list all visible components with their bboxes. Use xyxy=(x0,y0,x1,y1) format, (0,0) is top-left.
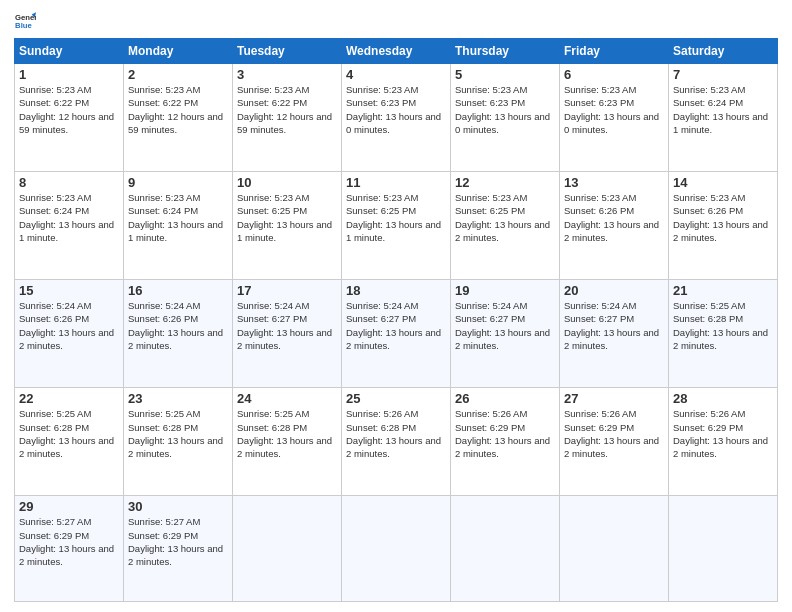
calendar-cell-18: 18Sunrise: 5:24 AMSunset: 6:27 PMDayligh… xyxy=(342,280,451,388)
day-info: Sunrise: 5:25 AMSunset: 6:28 PMDaylight:… xyxy=(673,299,773,352)
calendar-cell-11: 11Sunrise: 5:23 AMSunset: 6:25 PMDayligh… xyxy=(342,172,451,280)
day-info: Sunrise: 5:24 AMSunset: 6:27 PMDaylight:… xyxy=(455,299,555,352)
header: General Blue xyxy=(14,10,778,32)
day-info: Sunrise: 5:24 AMSunset: 6:27 PMDaylight:… xyxy=(237,299,337,352)
day-info: Sunrise: 5:23 AMSunset: 6:23 PMDaylight:… xyxy=(455,83,555,136)
day-info: Sunrise: 5:23 AMSunset: 6:24 PMDaylight:… xyxy=(673,83,773,136)
calendar-cell-21: 21Sunrise: 5:25 AMSunset: 6:28 PMDayligh… xyxy=(669,280,778,388)
day-info: Sunrise: 5:23 AMSunset: 6:23 PMDaylight:… xyxy=(564,83,664,136)
calendar-cell-13: 13Sunrise: 5:23 AMSunset: 6:26 PMDayligh… xyxy=(560,172,669,280)
day-info: Sunrise: 5:23 AMSunset: 6:25 PMDaylight:… xyxy=(237,191,337,244)
calendar-cell-6: 6Sunrise: 5:23 AMSunset: 6:23 PMDaylight… xyxy=(560,64,669,172)
calendar-cell-25: 25Sunrise: 5:26 AMSunset: 6:28 PMDayligh… xyxy=(342,388,451,496)
day-number: 8 xyxy=(19,175,119,190)
day-info: Sunrise: 5:24 AMSunset: 6:27 PMDaylight:… xyxy=(564,299,664,352)
day-number: 25 xyxy=(346,391,446,406)
day-number: 21 xyxy=(673,283,773,298)
page: General Blue SundayMondayTuesdayWednesda… xyxy=(0,0,792,612)
day-info: Sunrise: 5:23 AMSunset: 6:22 PMDaylight:… xyxy=(237,83,337,136)
calendar-cell-8: 8Sunrise: 5:23 AMSunset: 6:24 PMDaylight… xyxy=(15,172,124,280)
day-info: Sunrise: 5:24 AMSunset: 6:26 PMDaylight:… xyxy=(19,299,119,352)
day-number: 11 xyxy=(346,175,446,190)
day-info: Sunrise: 5:23 AMSunset: 6:23 PMDaylight:… xyxy=(346,83,446,136)
day-number: 15 xyxy=(19,283,119,298)
calendar-cell-16: 16Sunrise: 5:24 AMSunset: 6:26 PMDayligh… xyxy=(124,280,233,388)
weekday-header-monday: Monday xyxy=(124,39,233,64)
day-info: Sunrise: 5:26 AMSunset: 6:29 PMDaylight:… xyxy=(564,407,664,460)
day-info: Sunrise: 5:23 AMSunset: 6:22 PMDaylight:… xyxy=(128,83,228,136)
day-info: Sunrise: 5:23 AMSunset: 6:25 PMDaylight:… xyxy=(346,191,446,244)
calendar-week-1: 1Sunrise: 5:23 AMSunset: 6:22 PMDaylight… xyxy=(15,64,778,172)
calendar-cell-22: 22Sunrise: 5:25 AMSunset: 6:28 PMDayligh… xyxy=(15,388,124,496)
day-info: Sunrise: 5:23 AMSunset: 6:26 PMDaylight:… xyxy=(564,191,664,244)
day-number: 20 xyxy=(564,283,664,298)
day-number: 14 xyxy=(673,175,773,190)
day-number: 19 xyxy=(455,283,555,298)
day-number: 5 xyxy=(455,67,555,82)
day-number: 23 xyxy=(128,391,228,406)
day-info: Sunrise: 5:24 AMSunset: 6:27 PMDaylight:… xyxy=(346,299,446,352)
calendar-cell-empty xyxy=(451,496,560,602)
calendar-cell-5: 5Sunrise: 5:23 AMSunset: 6:23 PMDaylight… xyxy=(451,64,560,172)
calendar-cell-30: 30Sunrise: 5:27 AMSunset: 6:29 PMDayligh… xyxy=(124,496,233,602)
day-number: 30 xyxy=(128,499,228,514)
day-info: Sunrise: 5:24 AMSunset: 6:26 PMDaylight:… xyxy=(128,299,228,352)
calendar-cell-24: 24Sunrise: 5:25 AMSunset: 6:28 PMDayligh… xyxy=(233,388,342,496)
day-number: 9 xyxy=(128,175,228,190)
day-number: 29 xyxy=(19,499,119,514)
day-info: Sunrise: 5:25 AMSunset: 6:28 PMDaylight:… xyxy=(19,407,119,460)
day-number: 22 xyxy=(19,391,119,406)
day-number: 17 xyxy=(237,283,337,298)
calendar-cell-7: 7Sunrise: 5:23 AMSunset: 6:24 PMDaylight… xyxy=(669,64,778,172)
weekday-header-friday: Friday xyxy=(560,39,669,64)
calendar-cell-27: 27Sunrise: 5:26 AMSunset: 6:29 PMDayligh… xyxy=(560,388,669,496)
calendar-cell-1: 1Sunrise: 5:23 AMSunset: 6:22 PMDaylight… xyxy=(15,64,124,172)
calendar-cell-empty xyxy=(560,496,669,602)
day-number: 16 xyxy=(128,283,228,298)
day-number: 7 xyxy=(673,67,773,82)
calendar-cell-4: 4Sunrise: 5:23 AMSunset: 6:23 PMDaylight… xyxy=(342,64,451,172)
calendar-cell-empty xyxy=(669,496,778,602)
calendar-cell-20: 20Sunrise: 5:24 AMSunset: 6:27 PMDayligh… xyxy=(560,280,669,388)
day-number: 10 xyxy=(237,175,337,190)
calendar-cell-empty xyxy=(342,496,451,602)
day-number: 3 xyxy=(237,67,337,82)
calendar-cell-empty xyxy=(233,496,342,602)
calendar-cell-12: 12Sunrise: 5:23 AMSunset: 6:25 PMDayligh… xyxy=(451,172,560,280)
day-info: Sunrise: 5:23 AMSunset: 6:26 PMDaylight:… xyxy=(673,191,773,244)
day-info: Sunrise: 5:25 AMSunset: 6:28 PMDaylight:… xyxy=(128,407,228,460)
day-info: Sunrise: 5:25 AMSunset: 6:28 PMDaylight:… xyxy=(237,407,337,460)
day-number: 26 xyxy=(455,391,555,406)
day-number: 12 xyxy=(455,175,555,190)
day-info: Sunrise: 5:23 AMSunset: 6:24 PMDaylight:… xyxy=(19,191,119,244)
day-info: Sunrise: 5:26 AMSunset: 6:29 PMDaylight:… xyxy=(455,407,555,460)
general-blue-logo-icon: General Blue xyxy=(14,10,36,32)
calendar-week-4: 22Sunrise: 5:25 AMSunset: 6:28 PMDayligh… xyxy=(15,388,778,496)
day-number: 1 xyxy=(19,67,119,82)
calendar-cell-19: 19Sunrise: 5:24 AMSunset: 6:27 PMDayligh… xyxy=(451,280,560,388)
calendar-cell-2: 2Sunrise: 5:23 AMSunset: 6:22 PMDaylight… xyxy=(124,64,233,172)
calendar-cell-29: 29Sunrise: 5:27 AMSunset: 6:29 PMDayligh… xyxy=(15,496,124,602)
day-number: 28 xyxy=(673,391,773,406)
calendar-cell-10: 10Sunrise: 5:23 AMSunset: 6:25 PMDayligh… xyxy=(233,172,342,280)
calendar-cell-15: 15Sunrise: 5:24 AMSunset: 6:26 PMDayligh… xyxy=(15,280,124,388)
calendar-week-5: 29Sunrise: 5:27 AMSunset: 6:29 PMDayligh… xyxy=(15,496,778,602)
calendar-cell-9: 9Sunrise: 5:23 AMSunset: 6:24 PMDaylight… xyxy=(124,172,233,280)
day-info: Sunrise: 5:23 AMSunset: 6:24 PMDaylight:… xyxy=(128,191,228,244)
day-number: 6 xyxy=(564,67,664,82)
day-info: Sunrise: 5:26 AMSunset: 6:29 PMDaylight:… xyxy=(673,407,773,460)
weekday-header-row: SundayMondayTuesdayWednesdayThursdayFrid… xyxy=(15,39,778,64)
calendar-cell-17: 17Sunrise: 5:24 AMSunset: 6:27 PMDayligh… xyxy=(233,280,342,388)
calendar-table: SundayMondayTuesdayWednesdayThursdayFrid… xyxy=(14,38,778,602)
weekday-header-sunday: Sunday xyxy=(15,39,124,64)
day-number: 2 xyxy=(128,67,228,82)
day-number: 24 xyxy=(237,391,337,406)
weekday-header-saturday: Saturday xyxy=(669,39,778,64)
day-info: Sunrise: 5:23 AMSunset: 6:25 PMDaylight:… xyxy=(455,191,555,244)
day-info: Sunrise: 5:23 AMSunset: 6:22 PMDaylight:… xyxy=(19,83,119,136)
calendar-cell-26: 26Sunrise: 5:26 AMSunset: 6:29 PMDayligh… xyxy=(451,388,560,496)
day-number: 27 xyxy=(564,391,664,406)
logo: General Blue xyxy=(14,10,36,32)
day-info: Sunrise: 5:26 AMSunset: 6:28 PMDaylight:… xyxy=(346,407,446,460)
calendar-cell-23: 23Sunrise: 5:25 AMSunset: 6:28 PMDayligh… xyxy=(124,388,233,496)
